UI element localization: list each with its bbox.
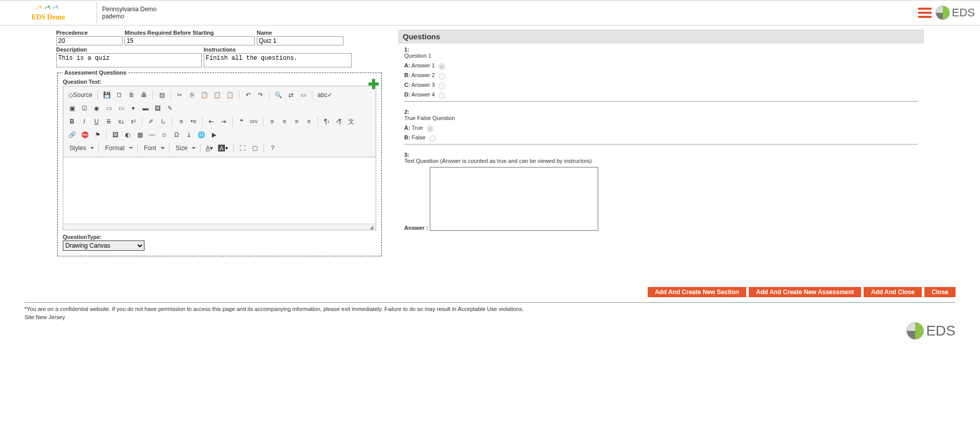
textfield-icon[interactable]: ▭ xyxy=(103,103,114,114)
image-button-icon[interactable]: 🖼 xyxy=(152,103,163,114)
question-text-label: Question Text: xyxy=(63,79,376,85)
underline-icon[interactable]: U xyxy=(91,116,102,127)
rich-text-editor: ◇ Source 💾 🗋 🗎 🖶 ▤ ✂ ⎘ 📋 📋 📋 xyxy=(63,86,376,230)
precedence-input[interactable] xyxy=(56,36,122,45)
add-question-icon[interactable]: ✚ xyxy=(368,78,379,91)
smiley-icon[interactable]: ☺ xyxy=(159,129,170,140)
align-center-icon[interactable]: ≡ xyxy=(279,116,290,127)
indent-icon[interactable]: ⇥ xyxy=(218,116,229,127)
bgcolor-icon[interactable]: A▾ xyxy=(216,142,230,154)
image-icon[interactable]: 🖼 xyxy=(110,129,121,140)
spellcheck-icon[interactable]: abc✓ xyxy=(315,89,334,101)
size-select[interactable]: Size xyxy=(173,142,197,154)
outdent-icon[interactable]: ⇤ xyxy=(206,116,217,127)
styles-select[interactable]: Styles xyxy=(66,142,95,154)
link-icon[interactable]: 🔗 xyxy=(66,129,78,140)
quote-icon[interactable]: ❝ xyxy=(236,116,247,127)
help-icon[interactable]: ? xyxy=(267,142,278,154)
format-select[interactable]: Format xyxy=(102,142,134,154)
option-radio[interactable] xyxy=(429,135,436,142)
subscript-icon[interactable]: x₂ xyxy=(115,116,127,127)
selectall-icon[interactable]: ▭ xyxy=(298,89,309,101)
editor-body[interactable] xyxy=(63,157,376,224)
paste-word-icon[interactable]: 📋 xyxy=(224,89,236,101)
showblocks-icon[interactable]: ▢ xyxy=(249,142,260,154)
form-icon[interactable]: ▣ xyxy=(66,103,78,114)
minutes-input[interactable] xyxy=(125,36,255,45)
textcolor-icon[interactable]: A▾ xyxy=(204,142,215,154)
site-text: Site:New Jersey xyxy=(24,314,955,320)
template-icon[interactable]: ▤ xyxy=(156,89,167,101)
question-divider xyxy=(404,144,918,145)
questions-list: 1: Question 1 A: Answer 1 B: Answer 2 xyxy=(398,43,924,235)
superscript-icon[interactable]: x² xyxy=(128,116,139,127)
name-input[interactable] xyxy=(257,36,344,45)
paste-icon[interactable]: 📋 xyxy=(199,89,210,101)
question-type-select[interactable]: Drawing Canvas xyxy=(63,241,144,251)
hamburger-menu-icon[interactable] xyxy=(918,8,932,18)
description-textarea[interactable]: This is a quiz xyxy=(56,53,202,67)
checkbox-icon[interactable]: ☑ xyxy=(79,103,90,114)
table-icon[interactable]: ▦ xyxy=(134,129,145,140)
paste-text-icon[interactable]: 📋 xyxy=(211,89,223,101)
maximize-icon[interactable]: ⛶ xyxy=(237,142,248,154)
new-icon[interactable]: 🗋 xyxy=(114,89,125,101)
option-radio[interactable] xyxy=(438,83,445,89)
copy-icon[interactable]: ⎘ xyxy=(186,89,198,101)
hidden-field-icon[interactable]: ✎ xyxy=(164,103,176,114)
embed-icon[interactable]: ▶ xyxy=(208,129,219,140)
editor-toolbar: ◇ Source 💾 🗋 🗎 🖶 ▤ ✂ ⎘ 📋 📋 📋 xyxy=(63,86,376,157)
undo-icon[interactable]: ↶ xyxy=(242,89,254,101)
rtl-icon[interactable]: ‹¶ xyxy=(333,116,345,127)
eraser-icon[interactable]: ✐ xyxy=(145,116,157,127)
language-icon[interactable]: 文 xyxy=(346,116,357,127)
option-radio[interactable] xyxy=(438,92,445,99)
italic-icon[interactable]: I xyxy=(79,116,90,127)
instructions-textarea[interactable]: Finish all the questions. xyxy=(204,53,352,67)
add-section-button[interactable]: Add And Create New Section xyxy=(648,287,746,297)
logo-hats-icon: ◠̂◠̂◠̂ xyxy=(36,5,61,13)
radio-icon[interactable]: ◉ xyxy=(91,103,102,114)
unlink-icon[interactable]: ⛔ xyxy=(79,129,91,140)
unordered-list-icon[interactable]: •≡ xyxy=(188,116,199,127)
minutes-label: Minutes Required Before Starting xyxy=(125,30,255,36)
editor-resize-handle[interactable]: ◢ xyxy=(63,224,376,230)
source-button[interactable]: ◇ Source xyxy=(66,89,94,101)
div-icon[interactable]: DIV xyxy=(248,116,260,127)
iframe-icon[interactable]: 🌐 xyxy=(195,129,207,140)
select-icon[interactable]: ▾ xyxy=(128,103,139,114)
option-radio[interactable] xyxy=(427,126,433,132)
content: Precedence Minutes Required Before Start… xyxy=(0,26,980,277)
add-close-button[interactable]: Add And Close xyxy=(864,287,922,297)
ltr-icon[interactable]: ¶› xyxy=(321,116,332,127)
pagebreak-icon[interactable]: ⤓ xyxy=(183,129,194,140)
close-button[interactable]: Close xyxy=(924,287,955,297)
answer-textarea[interactable] xyxy=(430,167,598,231)
option-radio[interactable] xyxy=(438,73,445,80)
flash-icon[interactable]: ◐ xyxy=(122,129,133,140)
textarea-icon[interactable]: ▭ xyxy=(115,103,127,114)
option-radio[interactable] xyxy=(438,63,445,70)
ordered-list-icon[interactable]: ≡ xyxy=(176,116,187,127)
replace-icon[interactable]: ⇄ xyxy=(285,89,297,101)
specialchar-icon[interactable]: Ω xyxy=(171,129,182,140)
print-icon[interactable]: 🖶 xyxy=(138,89,150,101)
anchor-icon[interactable]: ⚑ xyxy=(92,129,103,140)
hr-icon[interactable]: — xyxy=(146,129,158,140)
add-assessment-button[interactable]: Add And Create New Assessment xyxy=(749,287,861,297)
button-icon[interactable]: ▬ xyxy=(140,103,151,114)
save-icon[interactable]: 💾 xyxy=(101,89,113,101)
name-label: Name xyxy=(257,30,344,36)
find-icon[interactable]: 🔍 xyxy=(273,89,284,101)
bold-icon[interactable]: B xyxy=(66,116,78,127)
removeformat-icon[interactable]: Iₓ xyxy=(158,116,169,127)
font-select[interactable]: Font xyxy=(141,142,166,154)
align-justify-icon[interactable]: ≡ xyxy=(303,116,314,127)
cut-icon[interactable]: ✂ xyxy=(174,89,185,101)
footer-logo: EDS xyxy=(906,322,955,340)
align-right-icon[interactable]: ≡ xyxy=(291,116,302,127)
strike-icon[interactable]: S xyxy=(103,116,114,127)
align-left-icon[interactable]: ≡ xyxy=(266,116,278,127)
redo-icon[interactable]: ↷ xyxy=(255,89,266,101)
preview-icon[interactable]: 🗎 xyxy=(126,89,137,101)
